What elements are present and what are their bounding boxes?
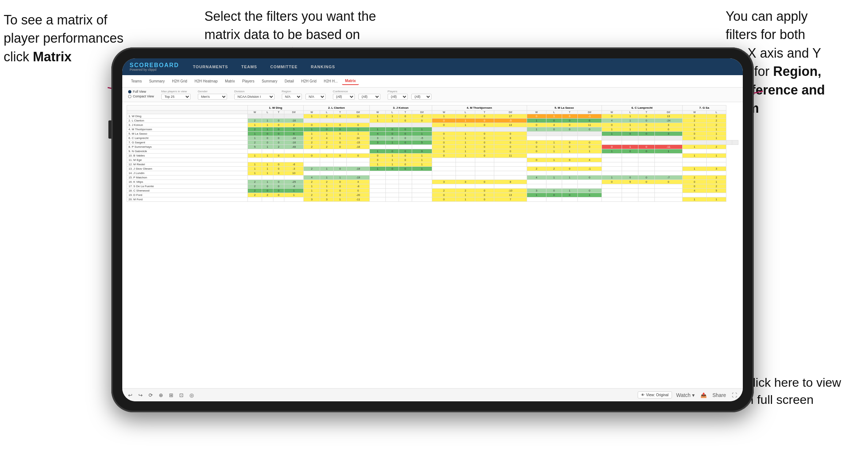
matrix-cell-empty — [654, 140, 682, 145]
matrix-cell: 2 — [707, 175, 726, 180]
matrix-cell-empty — [248, 197, 262, 202]
players-select-x[interactable]: (All) — [388, 94, 408, 100]
region-select-x[interactable]: N/A — [282, 94, 302, 100]
row-header: 19. D Ford — [127, 193, 248, 197]
matrix-cell: 1 — [320, 123, 333, 127]
players-select-y[interactable]: (All) — [411, 94, 431, 100]
compact-view-option[interactable]: Compact View — [128, 94, 154, 98]
sub-nav-matrix[interactable]: Matrix — [222, 78, 238, 85]
matrix-cell: 2 — [248, 127, 262, 132]
matrix-cell-empty — [456, 162, 475, 167]
matrix-cell-empty — [303, 158, 320, 162]
gender-select[interactable]: Men's — [198, 94, 227, 100]
table-row: 11. M Ege01010104 — [127, 158, 738, 162]
matrix-cell: 1 — [303, 189, 320, 193]
annotation-tl-matrix: Matrix — [33, 49, 72, 64]
grid-btn[interactable]: ⊞ — [168, 391, 175, 399]
matrix-cell: 0 — [527, 158, 546, 162]
undo-btn[interactable]: ↩ — [127, 391, 134, 399]
matrix-cell: 0 — [333, 140, 346, 145]
sub-nav-detail[interactable]: Detail — [282, 78, 297, 85]
matrix-cell-empty — [399, 175, 412, 180]
matrix-cell-empty — [456, 184, 475, 189]
region-select-y[interactable]: N/A — [306, 94, 326, 100]
share-icon[interactable]: 📤 — [699, 391, 708, 399]
matrix-cell: 2 — [707, 184, 726, 189]
nav-rankings[interactable]: RANKINGS — [308, 63, 338, 70]
matrix-cell: 0 — [347, 123, 369, 127]
matrix-cell-empty — [562, 154, 577, 158]
sub-nav-players[interactable]: Players — [239, 78, 257, 85]
matrix-cell: 0 — [622, 175, 638, 180]
matrix-cell-empty — [273, 197, 284, 202]
settings-btn[interactable]: ⊡ — [178, 391, 185, 399]
bottom-toolbar: ↩ ↪ ⟳ ⊕ ⊞ ⊡ ◎ 👁 View: Original Watch ▾ 📤… — [122, 388, 743, 401]
matrix-cell: 1 — [682, 123, 706, 127]
sub-nav-summary[interactable]: Summary — [146, 78, 168, 85]
fullscreen-btn[interactable]: Share — [711, 391, 727, 399]
sub-nav-h2h-heatmap[interactable]: H2H Heatmap — [192, 78, 220, 85]
matrix-cell: -19 — [347, 167, 369, 171]
add-btn[interactable]: ⊕ — [157, 391, 165, 399]
matrix-cell-empty — [546, 180, 562, 184]
sub-nav-h2h-grid2[interactable]: H2H Grid — [298, 78, 319, 85]
matrix-cell-empty — [273, 158, 284, 162]
matrix-cell-empty — [284, 158, 303, 162]
matrix-cell-empty — [386, 175, 399, 180]
matrix-cell: 2 — [682, 119, 706, 123]
matrix-cell-empty — [546, 197, 562, 202]
matrix-cell: 0 — [546, 127, 562, 132]
view-original-btn[interactable]: 👁 View: Original — [638, 391, 672, 398]
sub-nav-summary2[interactable]: Summary — [259, 78, 280, 85]
sub-nav-teams[interactable]: Teams — [128, 78, 145, 85]
nav-teams[interactable]: TEAMS — [238, 63, 260, 70]
matrix-cell: -18 — [284, 136, 303, 140]
matrix-cell-empty — [494, 175, 527, 180]
matrix-cell-empty — [638, 167, 655, 171]
conference-select-x[interactable]: (All) — [333, 94, 355, 100]
matrix-cell: 1 — [369, 149, 386, 154]
matrix-cell-empty — [386, 197, 399, 202]
matrix-cell: 0 — [527, 149, 546, 154]
sub-nav-h2h-grid[interactable]: H2H Grid — [169, 78, 190, 85]
expand-btn[interactable]: ⛶ — [730, 391, 738, 399]
redo-btn[interactable]: ↪ — [137, 391, 144, 399]
sub-nav-h2h-h[interactable]: H2H H... — [321, 78, 341, 85]
matrix-cell-empty — [577, 184, 602, 189]
matrix-cell-empty — [654, 167, 682, 171]
row-header: 16. K Vilips — [127, 180, 248, 184]
matrix-cell: -3 — [284, 167, 303, 171]
matrix-cell-empty — [622, 197, 638, 202]
matrix-cell-empty — [638, 140, 655, 145]
watch-btn[interactable]: Watch ▾ — [675, 391, 696, 399]
nav-committee[interactable]: COMMITTEE — [267, 63, 300, 70]
max-players-select[interactable]: Top 25 — [161, 94, 191, 100]
target-btn[interactable]: ◎ — [188, 391, 195, 399]
nav-tournaments[interactable]: TOURNAMENTS — [190, 63, 231, 70]
division-select[interactable]: NCAA Division I — [234, 94, 274, 100]
refresh-btn[interactable]: ⟳ — [147, 391, 154, 399]
matrix-cell-empty — [475, 171, 494, 175]
matrix-cell: 2 — [248, 180, 262, 184]
matrix-cell — [412, 123, 432, 127]
matrix-cell: 1 — [622, 114, 638, 119]
matrix-cell: 1 — [622, 123, 638, 127]
conference-select-y[interactable]: (All) — [358, 94, 380, 100]
matrix-cell: 3 — [369, 136, 386, 140]
conference-filter: Conference (All) (All) — [333, 90, 380, 100]
sh-t1: T — [273, 111, 284, 114]
full-view-radio[interactable] — [128, 90, 131, 93]
matrix-cell: 1 — [682, 167, 706, 171]
matrix-cell: 0 — [369, 154, 386, 158]
matrix-cell: 1 — [602, 132, 622, 136]
matrix-cell: 1 — [303, 132, 320, 136]
sub-nav-matrix2[interactable]: Matrix — [342, 77, 358, 85]
matrix-cell-empty — [399, 189, 412, 193]
matrix-cell — [248, 114, 262, 119]
matrix-cell: 0 — [475, 140, 494, 145]
matrix-cell: 0 — [475, 154, 494, 158]
logo-subtitle: Powered by clippd — [130, 68, 179, 72]
compact-view-radio[interactable] — [128, 95, 131, 98]
full-view-option[interactable]: Full View — [128, 90, 154, 93]
matrix-cell: 6 — [577, 119, 602, 123]
